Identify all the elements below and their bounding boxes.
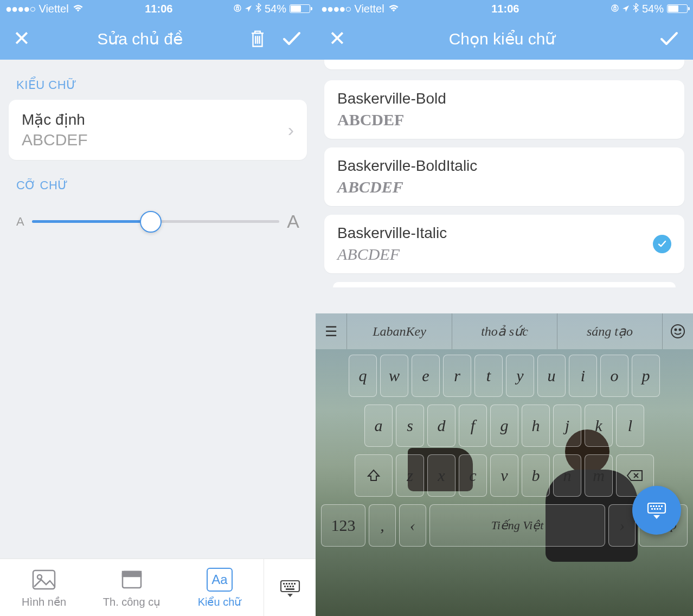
delete-button[interactable] — [249, 29, 266, 48]
key-z[interactable]: z — [396, 454, 424, 497]
key-j[interactable]: j — [553, 405, 581, 447]
location-icon — [622, 3, 630, 15]
close-button[interactable]: ✕ — [13, 27, 30, 50]
font-size-slider-row: A A — [0, 200, 316, 243]
key-o[interactable]: o — [600, 355, 628, 397]
svg-rect-2 — [33, 570, 55, 589]
font-size-slider[interactable] — [32, 220, 280, 223]
key-i[interactable]: i — [569, 355, 597, 397]
suggestion-bar: ☰ LabanKey thoả sức sáng tạo — [316, 313, 693, 349]
bluetooth-icon — [633, 3, 639, 15]
font-preview: ABCDEF — [22, 131, 88, 149]
svg-rect-7 — [283, 583, 285, 585]
svg-rect-29 — [654, 508, 656, 510]
suggestion-word[interactable]: thoả sức — [452, 313, 557, 349]
svg-point-20 — [675, 329, 677, 331]
key-p[interactable]: p — [632, 355, 660, 397]
svg-rect-15 — [292, 586, 294, 587]
suggestion-menu-button[interactable]: ☰ — [316, 313, 347, 349]
key-x[interactable]: x — [427, 454, 455, 497]
tab-background[interactable]: Hình nền — [0, 559, 88, 616]
slider-thumb[interactable] — [140, 211, 162, 233]
key-d[interactable]: d — [427, 405, 455, 447]
font-item[interactable]: Baskerville-BoldItalic ABCDEF — [324, 147, 684, 206]
svg-rect-18 — [614, 8, 616, 10]
key-w[interactable]: w — [380, 355, 408, 397]
key-l[interactable]: l — [616, 405, 644, 447]
key-b[interactable]: b — [522, 454, 550, 497]
svg-rect-26 — [658, 505, 660, 507]
wifi-icon — [388, 3, 400, 15]
key-a[interactable]: a — [364, 405, 393, 447]
size-small-icon: A — [16, 215, 24, 229]
section-header-size: CỠ CHỮ — [0, 160, 316, 200]
key-t[interactable]: t — [474, 355, 503, 397]
tab-font[interactable]: Aa Kiểu chữ — [176, 559, 264, 616]
screen-edit-theme: ●●●●○ Viettel 11:06 54% ✕ Sửa chủ đề KIỂ… — [0, 0, 316, 616]
font-list[interactable]: Baskerville-Bold ABCDEF Baskerville-Bold… — [316, 76, 693, 292]
key-s[interactable]: s — [396, 405, 424, 447]
space-key[interactable]: Tiếng Việt — [429, 504, 605, 547]
key-u[interactable]: u — [537, 355, 566, 397]
key-m[interactable]: m — [585, 454, 613, 497]
confirm-button[interactable] — [281, 28, 303, 49]
key-r[interactable]: r — [443, 355, 471, 397]
key-k[interactable]: k — [585, 405, 613, 447]
chevron-right-icon: › — [288, 119, 294, 140]
signal-dots-icon: ●●●●○ — [5, 3, 35, 15]
nav-bar: ✕ Chọn kiểu chữ — [316, 17, 693, 60]
font-item[interactable]: Baskerville-Bold ABCDEF — [324, 80, 684, 139]
key-e[interactable]: e — [412, 355, 440, 397]
svg-rect-9 — [288, 583, 290, 585]
svg-rect-28 — [651, 508, 653, 510]
svg-rect-16 — [286, 588, 294, 590]
lock-icon — [234, 3, 241, 15]
svg-rect-11 — [294, 583, 296, 585]
font-preview: ABCDEF — [337, 245, 447, 264]
close-button[interactable]: ✕ — [329, 27, 346, 50]
floating-keyboard-button[interactable] — [632, 486, 681, 535]
numbers-key[interactable]: 123 — [321, 504, 365, 547]
tab-label: Hình nền — [22, 595, 66, 608]
svg-rect-10 — [291, 583, 293, 585]
font-name: Baskerville-Italic — [337, 224, 447, 242]
bottom-tab-bar: Hình nền Th. công cụ Aa Kiểu chữ — [0, 559, 316, 616]
key-c[interactable]: c — [459, 454, 487, 497]
font-item-peek-bottom[interactable] — [333, 282, 676, 287]
toolbar-icon — [119, 567, 144, 592]
key-h[interactable]: h — [522, 405, 550, 447]
comma-key[interactable]: , — [369, 504, 396, 547]
tab-label: Th. công cụ — [103, 595, 161, 608]
svg-point-21 — [679, 329, 681, 331]
key-f[interactable]: f — [459, 405, 487, 447]
suggestion-word[interactable]: LabanKey — [347, 313, 452, 349]
key-g[interactable]: g — [490, 405, 518, 447]
font-icon: Aa — [207, 567, 233, 592]
emoji-button[interactable] — [663, 313, 693, 349]
nav-title: Chọn kiểu chữ — [346, 29, 658, 48]
signal-dots-icon: ●●●●○ — [321, 3, 351, 15]
key-q[interactable]: q — [349, 355, 377, 397]
font-row[interactable]: Mặc định ABCDEF › — [9, 100, 307, 160]
font-item-peek-top[interactable] — [324, 60, 684, 69]
font-item[interactable]: Baskerville-Italic ABCDEF — [324, 215, 684, 273]
bluetooth-icon — [255, 3, 261, 15]
cursor-right-key[interactable]: › — [608, 504, 636, 547]
suggestion-word[interactable]: sáng tạo — [557, 313, 663, 349]
confirm-button[interactable] — [658, 28, 680, 49]
cursor-left-key[interactable]: ‹ — [399, 504, 426, 547]
svg-rect-24 — [653, 505, 655, 507]
svg-rect-13 — [287, 586, 288, 587]
key-y[interactable]: y — [506, 355, 534, 397]
svg-rect-30 — [657, 508, 658, 510]
tab-toolbar[interactable]: Th. công cụ — [88, 559, 176, 616]
svg-rect-1 — [236, 8, 239, 10]
shift-key[interactable] — [355, 454, 393, 497]
keyboard-toggle-button[interactable] — [264, 559, 316, 616]
background-icon — [31, 567, 56, 592]
svg-point-19 — [671, 325, 684, 338]
key-n[interactable]: n — [553, 454, 581, 497]
wifi-icon — [72, 3, 84, 15]
location-icon — [245, 3, 252, 15]
key-v[interactable]: v — [490, 454, 518, 497]
